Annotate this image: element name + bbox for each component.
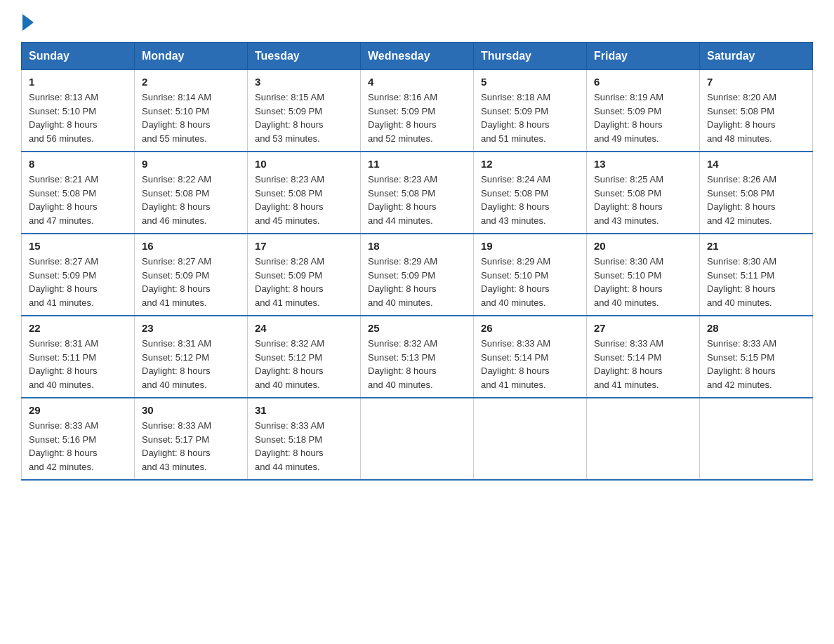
day-info: Sunrise: 8:20 AMSunset: 5:08 PMDaylight:…: [707, 90, 805, 145]
day-info: Sunrise: 8:24 AMSunset: 5:08 PMDaylight:…: [481, 173, 579, 227]
day-info: Sunrise: 8:33 AMSunset: 5:15 PMDaylight:…: [707, 337, 805, 391]
day-info: Sunrise: 8:33 AMSunset: 5:16 PMDaylight:…: [29, 419, 127, 474]
day-info: Sunrise: 8:21 AMSunset: 5:08 PMDaylight:…: [29, 173, 127, 227]
day-info: Sunrise: 8:32 AMSunset: 5:12 PMDaylight:…: [255, 337, 353, 391]
day-number: 12: [481, 158, 579, 170]
day-number: 8: [29, 158, 127, 170]
day-info: Sunrise: 8:29 AMSunset: 5:10 PMDaylight:…: [481, 255, 579, 309]
day-number: 14: [707, 158, 805, 170]
day-number: 17: [255, 240, 353, 252]
calendar-week-row-5: 29 Sunrise: 8:33 AMSunset: 5:16 PMDaylig…: [22, 398, 813, 480]
day-number: 11: [368, 158, 466, 170]
calendar-cell: 21 Sunrise: 8:30 AMSunset: 5:11 PMDaylig…: [700, 234, 813, 316]
calendar-cell: 10 Sunrise: 8:23 AMSunset: 5:08 PMDaylig…: [248, 152, 361, 234]
day-info: Sunrise: 8:22 AMSunset: 5:08 PMDaylight:…: [142, 173, 240, 227]
day-info: Sunrise: 8:30 AMSunset: 5:11 PMDaylight:…: [707, 255, 805, 309]
calendar-cell: 25 Sunrise: 8:32 AMSunset: 5:13 PMDaylig…: [361, 316, 474, 398]
day-info: Sunrise: 8:33 AMSunset: 5:17 PMDaylight:…: [142, 419, 240, 474]
day-number: 18: [368, 240, 466, 252]
day-number: 6: [594, 76, 692, 88]
day-info: Sunrise: 8:18 AMSunset: 5:09 PMDaylight:…: [481, 90, 579, 145]
day-number: 24: [255, 322, 353, 334]
day-info: Sunrise: 8:26 AMSunset: 5:08 PMDaylight:…: [707, 173, 805, 227]
logo: [21, 14, 34, 28]
calendar-cell: [700, 398, 813, 480]
day-info: Sunrise: 8:14 AMSunset: 5:10 PMDaylight:…: [142, 90, 240, 145]
calendar-week-row-3: 15 Sunrise: 8:27 AMSunset: 5:09 PMDaylig…: [22, 234, 813, 316]
day-number: 31: [255, 404, 353, 416]
day-number: 4: [368, 76, 466, 88]
day-number: 1: [29, 76, 127, 88]
day-info: Sunrise: 8:23 AMSunset: 5:08 PMDaylight:…: [255, 173, 353, 227]
day-number: 22: [29, 322, 127, 334]
calendar-cell: 22 Sunrise: 8:31 AMSunset: 5:11 PMDaylig…: [22, 316, 135, 398]
day-number: 16: [142, 240, 240, 252]
calendar-cell: 1 Sunrise: 8:13 AMSunset: 5:10 PMDayligh…: [22, 70, 135, 152]
day-number: 21: [707, 240, 805, 252]
calendar-table: SundayMondayTuesdayWednesdayThursdayFrid…: [21, 42, 813, 481]
calendar-cell: 14 Sunrise: 8:26 AMSunset: 5:08 PMDaylig…: [700, 152, 813, 234]
logo-general: [21, 14, 34, 31]
day-number: 19: [481, 240, 579, 252]
calendar-cell: 24 Sunrise: 8:32 AMSunset: 5:12 PMDaylig…: [248, 316, 361, 398]
day-info: Sunrise: 8:31 AMSunset: 5:12 PMDaylight:…: [142, 337, 240, 391]
weekday-header-thursday: Thursday: [474, 43, 587, 70]
calendar-cell: 23 Sunrise: 8:31 AMSunset: 5:12 PMDaylig…: [135, 316, 248, 398]
calendar-cell: 30 Sunrise: 8:33 AMSunset: 5:17 PMDaylig…: [135, 398, 248, 480]
day-info: Sunrise: 8:19 AMSunset: 5:09 PMDaylight:…: [594, 90, 692, 145]
calendar-cell: 8 Sunrise: 8:21 AMSunset: 5:08 PMDayligh…: [22, 152, 135, 234]
calendar-cell: 6 Sunrise: 8:19 AMSunset: 5:09 PMDayligh…: [587, 70, 700, 152]
day-info: Sunrise: 8:31 AMSunset: 5:11 PMDaylight:…: [29, 337, 127, 391]
calendar-cell: [587, 398, 700, 480]
day-number: 29: [29, 404, 127, 416]
calendar-cell: 16 Sunrise: 8:27 AMSunset: 5:09 PMDaylig…: [135, 234, 248, 316]
weekday-header-monday: Monday: [135, 43, 248, 70]
day-info: Sunrise: 8:29 AMSunset: 5:09 PMDaylight:…: [368, 255, 466, 309]
calendar-week-row-1: 1 Sunrise: 8:13 AMSunset: 5:10 PMDayligh…: [22, 70, 813, 152]
day-number: 2: [142, 76, 240, 88]
day-info: Sunrise: 8:25 AMSunset: 5:08 PMDaylight:…: [594, 173, 692, 227]
calendar-cell: [474, 398, 587, 480]
day-number: 23: [142, 322, 240, 334]
day-number: 10: [255, 158, 353, 170]
day-number: 28: [707, 322, 805, 334]
calendar-cell: 29 Sunrise: 8:33 AMSunset: 5:16 PMDaylig…: [22, 398, 135, 480]
weekday-header-saturday: Saturday: [700, 43, 813, 70]
day-info: Sunrise: 8:33 AMSunset: 5:14 PMDaylight:…: [594, 337, 692, 391]
day-info: Sunrise: 8:15 AMSunset: 5:09 PMDaylight:…: [255, 90, 353, 145]
calendar-cell: 15 Sunrise: 8:27 AMSunset: 5:09 PMDaylig…: [22, 234, 135, 316]
calendar-week-row-4: 22 Sunrise: 8:31 AMSunset: 5:11 PMDaylig…: [22, 316, 813, 398]
day-info: Sunrise: 8:32 AMSunset: 5:13 PMDaylight:…: [368, 337, 466, 391]
calendar-cell: 18 Sunrise: 8:29 AMSunset: 5:09 PMDaylig…: [361, 234, 474, 316]
weekday-header-wednesday: Wednesday: [361, 43, 474, 70]
day-number: 3: [255, 76, 353, 88]
calendar-cell: 28 Sunrise: 8:33 AMSunset: 5:15 PMDaylig…: [700, 316, 813, 398]
day-info: Sunrise: 8:33 AMSunset: 5:18 PMDaylight:…: [255, 419, 353, 474]
calendar-cell: 12 Sunrise: 8:24 AMSunset: 5:08 PMDaylig…: [474, 152, 587, 234]
calendar-cell: 11 Sunrise: 8:23 AMSunset: 5:08 PMDaylig…: [361, 152, 474, 234]
calendar-cell: 31 Sunrise: 8:33 AMSunset: 5:18 PMDaylig…: [248, 398, 361, 480]
calendar-cell: 26 Sunrise: 8:33 AMSunset: 5:14 PMDaylig…: [474, 316, 587, 398]
day-info: Sunrise: 8:27 AMSunset: 5:09 PMDaylight:…: [142, 255, 240, 309]
calendar-cell: 20 Sunrise: 8:30 AMSunset: 5:10 PMDaylig…: [587, 234, 700, 316]
calendar-cell: 19 Sunrise: 8:29 AMSunset: 5:10 PMDaylig…: [474, 234, 587, 316]
calendar-cell: 4 Sunrise: 8:16 AMSunset: 5:09 PMDayligh…: [361, 70, 474, 152]
day-number: 13: [594, 158, 692, 170]
calendar-cell: 13 Sunrise: 8:25 AMSunset: 5:08 PMDaylig…: [587, 152, 700, 234]
day-number: 15: [29, 240, 127, 252]
calendar-cell: 2 Sunrise: 8:14 AMSunset: 5:10 PMDayligh…: [135, 70, 248, 152]
day-info: Sunrise: 8:30 AMSunset: 5:10 PMDaylight:…: [594, 255, 692, 309]
day-number: 27: [594, 322, 692, 334]
calendar-cell: 5 Sunrise: 8:18 AMSunset: 5:09 PMDayligh…: [474, 70, 587, 152]
calendar-cell: 17 Sunrise: 8:28 AMSunset: 5:09 PMDaylig…: [248, 234, 361, 316]
day-info: Sunrise: 8:23 AMSunset: 5:08 PMDaylight:…: [368, 173, 466, 227]
day-number: 26: [481, 322, 579, 334]
day-number: 7: [707, 76, 805, 88]
page-header: [21, 14, 813, 28]
logo-triangle-icon: [22, 14, 34, 31]
day-info: Sunrise: 8:27 AMSunset: 5:09 PMDaylight:…: [29, 255, 127, 309]
day-number: 20: [594, 240, 692, 252]
day-info: Sunrise: 8:33 AMSunset: 5:14 PMDaylight:…: [481, 337, 579, 391]
day-number: 9: [142, 158, 240, 170]
day-info: Sunrise: 8:13 AMSunset: 5:10 PMDaylight:…: [29, 90, 127, 145]
